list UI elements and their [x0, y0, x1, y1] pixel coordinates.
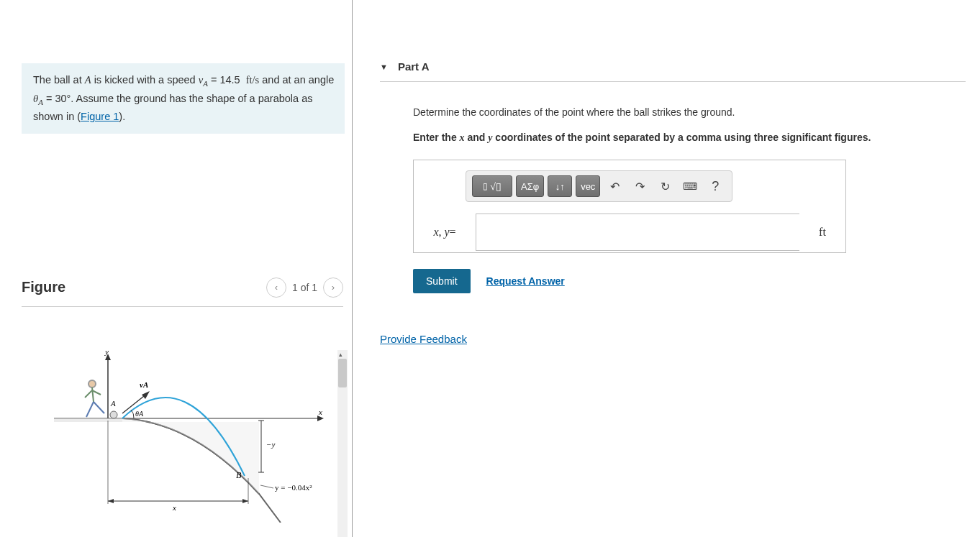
answer-input-row: x, y = ft	[414, 212, 845, 252]
greek-button[interactable]: ΑΣφ	[516, 175, 544, 197]
text: ).	[119, 111, 125, 122]
answer-box: ▯ √▯ ΑΣφ ↓↑ vec ↶ ↷ ↻ ⌨ ? x, y =	[413, 160, 846, 253]
templates-button[interactable]: ▯ √▯	[472, 175, 512, 197]
svg-line-9	[86, 402, 94, 417]
redo-button[interactable]: ↷	[629, 175, 650, 197]
help-button[interactable]: ?	[704, 175, 726, 197]
reset-button[interactable]: ↻	[654, 175, 676, 197]
point-A: A	[85, 74, 91, 86]
subsup-button[interactable]: ↓↑	[548, 175, 572, 197]
text: is kicked with a speed	[91, 74, 199, 86]
svg-line-8	[92, 387, 94, 402]
left-panel: The ball at A is kicked with a speed vA …	[0, 0, 353, 537]
submit-button[interactable]: Submit	[413, 269, 471, 293]
speed-unit: ft/s	[246, 74, 260, 86]
svg-text:θA: θA	[135, 410, 144, 418]
request-answer-link[interactable]: Request Answer	[486, 274, 565, 289]
part-title: Part A	[398, 60, 430, 73]
figure-next-button[interactable]: ›	[323, 277, 343, 298]
svg-line-11	[85, 390, 92, 398]
vec-button[interactable]: vec	[576, 175, 600, 197]
prompt-2: Enter the x and y coordinates of the poi…	[413, 130, 966, 145]
prompt-1: Determine the coordinates of the point w…	[413, 105, 966, 120]
part-body: Determine the coordinates of the point w…	[413, 105, 966, 293]
svg-marker-26	[242, 499, 248, 503]
angle-value: 30°	[55, 93, 71, 104]
part-header[interactable]: ▼ Part A	[380, 60, 966, 82]
svg-marker-15	[142, 391, 150, 399]
figure-page-indicator: 1 of 1	[292, 282, 317, 293]
svg-text:x: x	[318, 408, 322, 416]
svg-marker-25	[108, 499, 114, 503]
svg-text:B: B	[236, 470, 242, 480]
svg-text:−y: −y	[266, 440, 275, 449]
figure-nav: ‹ 1 of 1 ›	[266, 277, 343, 298]
provide-feedback-link[interactable]: Provide Feedback	[380, 333, 467, 345]
svg-text:A: A	[110, 399, 116, 408]
input-label: x, y =	[414, 212, 476, 252]
right-panel: ▼ Part A Determine the coordinates of th…	[353, 0, 980, 537]
text: The ball at	[33, 74, 85, 86]
text: . Assume the ground has the shape of a p…	[33, 93, 312, 123]
svg-text:y = −0.04x²: y = −0.04x²	[275, 483, 312, 492]
problem-statement: The ball at A is kicked with a speed vA …	[22, 63, 345, 134]
answer-input[interactable]	[476, 214, 799, 251]
svg-line-31	[260, 485, 273, 488]
svg-text:y: y	[104, 350, 109, 356]
equation-toolbar: ▯ √▯ ΑΣφ ↓↑ vec ↶ ↷ ↻ ⌨ ?	[466, 170, 732, 202]
collapse-caret-icon: ▼	[380, 63, 388, 71]
keyboard-button[interactable]: ⌨	[679, 175, 701, 197]
figure-prev-button[interactable]: ‹	[266, 277, 286, 298]
text: and at an angle	[259, 74, 334, 86]
figure-body: ▴ y x	[22, 350, 348, 537]
sub-A: A	[38, 98, 43, 106]
svg-line-10	[94, 402, 104, 413]
scroll-thumb[interactable]	[338, 359, 347, 387]
svg-text:vA: vA	[140, 380, 148, 389]
svg-point-13	[110, 411, 117, 418]
figure-link[interactable]: Figure 1	[81, 111, 119, 122]
figure-illustration: y x	[50, 350, 324, 523]
svg-rect-6	[54, 418, 122, 422]
figure-title: Figure	[22, 279, 65, 295]
sub-A: A	[203, 79, 208, 88]
figure-header: Figure ‹ 1 of 1 ›	[22, 277, 343, 307]
speed-value: 14.5	[219, 74, 240, 86]
figure-scrollbar[interactable]: ▴	[337, 350, 348, 537]
unit-label: ft	[799, 212, 845, 252]
svg-text:x: x	[172, 503, 176, 512]
undo-button[interactable]: ↶	[604, 175, 625, 197]
svg-point-7	[89, 380, 96, 387]
svg-marker-4	[317, 416, 324, 421]
actions: Submit Request Answer	[413, 269, 966, 293]
